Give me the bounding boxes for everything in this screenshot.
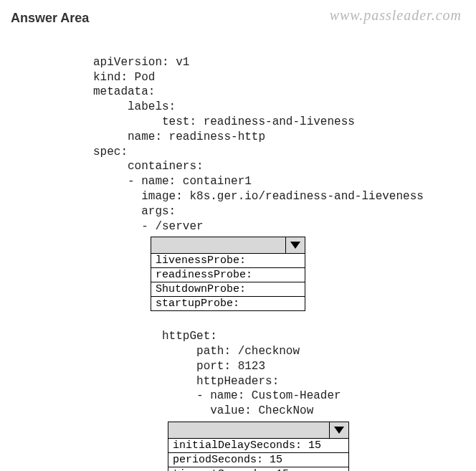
yaml-line: port: 8123 bbox=[93, 360, 265, 373]
yaml-line: labels: bbox=[93, 100, 176, 113]
yaml-line: test: readiness-and-liveness bbox=[93, 115, 355, 128]
dropdown-header[interactable] bbox=[168, 422, 348, 439]
dropdown-option[interactable]: startupProbe: bbox=[151, 297, 305, 310]
dropdown-option[interactable]: initialDelaySeconds: 15 bbox=[168, 439, 348, 453]
svg-marker-1 bbox=[334, 427, 344, 434]
chevron-down-icon[interactable] bbox=[329, 422, 348, 438]
yaml-line: args: bbox=[93, 205, 176, 218]
dropdown-option[interactable]: periodSeconds: 15 bbox=[168, 453, 348, 467]
yaml-line: kind: Pod bbox=[93, 71, 155, 84]
svg-marker-0 bbox=[290, 242, 300, 249]
yaml-block: apiVersion: v1 kind: Pod metadata: label… bbox=[11, 40, 465, 234]
yaml-line: - /server bbox=[93, 220, 204, 233]
yaml-line: metadata: bbox=[93, 85, 155, 98]
dropdown-header[interactable] bbox=[151, 237, 305, 254]
yaml-line: value: CheckNow bbox=[93, 404, 313, 417]
yaml-line: containers: bbox=[93, 160, 204, 173]
yaml-line: spec: bbox=[93, 146, 128, 158]
chevron-down-icon[interactable] bbox=[285, 237, 305, 253]
dropdown-option[interactable]: readinessProbe: bbox=[151, 268, 305, 282]
yaml-line: apiVersion: v1 bbox=[93, 56, 189, 69]
timing-param-dropdown[interactable]: initialDelaySeconds: 15 periodSeconds: 1… bbox=[168, 422, 349, 471]
watermark-text: www.passleader.com bbox=[330, 7, 462, 24]
yaml-line: - name: Custom-Header bbox=[93, 389, 341, 402]
yaml-line: image: k8s.ger.io/readiness-and-lievenes… bbox=[93, 190, 424, 203]
yaml-line: httpGet: bbox=[93, 330, 217, 343]
yaml-line: httpHeaders: bbox=[93, 375, 279, 388]
dropdown-option[interactable]: ShutdownProbe: bbox=[151, 282, 305, 297]
dropdown-option[interactable]: livenessProbe: bbox=[151, 254, 305, 268]
yaml-line: path: /checknow bbox=[93, 345, 300, 358]
probe-type-dropdown[interactable]: livenessProbe: readinessProbe: ShutdownP… bbox=[151, 237, 305, 311]
yaml-line: name: readiness-http bbox=[93, 130, 265, 143]
dropdown-option[interactable]: timeoutSeconds: 15 bbox=[168, 467, 348, 471]
yaml-block-httpget: httpGet: path: /checknow port: 8123 http… bbox=[11, 314, 465, 419]
yaml-line: - name: container1 bbox=[93, 175, 252, 188]
